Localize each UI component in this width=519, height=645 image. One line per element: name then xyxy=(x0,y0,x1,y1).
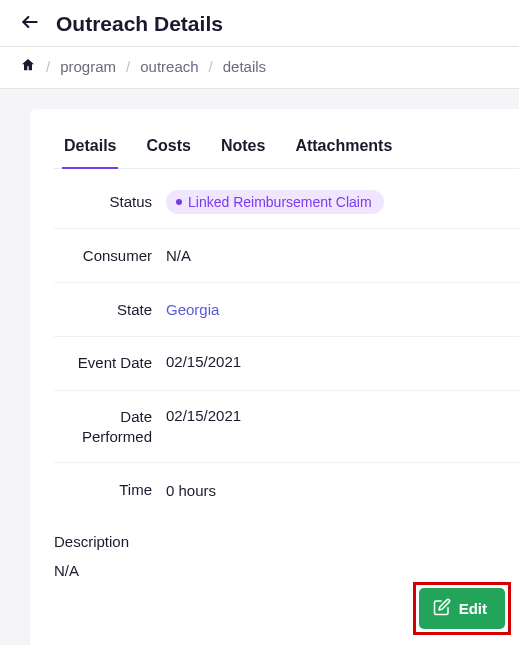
page-title: Outreach Details xyxy=(56,12,223,36)
details-list: Status Linked Reimbursement Claim Consum… xyxy=(54,175,519,517)
tab-bar: Details Costs Notes Attachments xyxy=(54,133,519,169)
state-label: State xyxy=(54,300,166,320)
status-value: Linked Reimbursement Claim xyxy=(166,190,384,214)
time-label: Time xyxy=(54,480,166,500)
date-performed-value: 02/15/2021 xyxy=(166,407,241,424)
breadcrumb: / program / outreach / details xyxy=(0,47,519,89)
date-performed-label: Date Performed xyxy=(54,407,166,446)
breadcrumb-item-program[interactable]: program xyxy=(60,58,116,75)
top-bar: Outreach Details xyxy=(0,0,519,47)
status-badge-text: Linked Reimbursement Claim xyxy=(188,194,372,210)
description-value: N/A xyxy=(54,562,519,579)
row-date-performed: Date Performed 02/15/2021 xyxy=(54,391,519,463)
breadcrumb-separator: / xyxy=(46,58,50,75)
event-date-value: 02/15/2021 xyxy=(166,353,241,370)
row-status: Status Linked Reimbursement Claim xyxy=(54,175,519,229)
home-icon[interactable] xyxy=(20,57,36,76)
row-event-date: Event Date 02/15/2021 xyxy=(54,337,519,391)
status-badge: Linked Reimbursement Claim xyxy=(166,190,384,214)
consumer-label: Consumer xyxy=(54,246,166,266)
edit-icon xyxy=(433,598,451,619)
edit-button-label: Edit xyxy=(459,600,487,617)
breadcrumb-item-outreach[interactable]: outreach xyxy=(140,58,198,75)
back-arrow-icon[interactable] xyxy=(20,12,40,36)
row-time: Time 0 hours xyxy=(54,463,519,517)
status-label: Status xyxy=(54,192,166,212)
state-value[interactable]: Georgia xyxy=(166,301,219,318)
breadcrumb-separator: / xyxy=(126,58,130,75)
description-block: Description N/A xyxy=(54,517,519,579)
edit-highlight: Edit xyxy=(413,582,511,635)
event-date-label: Event Date xyxy=(54,353,166,373)
tab-attachments[interactable]: Attachments xyxy=(293,133,394,169)
description-label: Description xyxy=(54,533,519,550)
row-consumer: Consumer N/A xyxy=(54,229,519,283)
edit-button[interactable]: Edit xyxy=(419,588,505,629)
tab-costs[interactable]: Costs xyxy=(144,133,192,169)
breadcrumb-separator: / xyxy=(209,58,213,75)
details-card: Details Costs Notes Attachments Status L… xyxy=(30,109,519,645)
tab-notes[interactable]: Notes xyxy=(219,133,267,169)
time-value: 0 hours xyxy=(166,482,216,499)
consumer-value: N/A xyxy=(166,247,191,264)
dot-icon xyxy=(176,199,182,205)
breadcrumb-item-details[interactable]: details xyxy=(223,58,266,75)
row-state: State Georgia xyxy=(54,283,519,337)
tab-details[interactable]: Details xyxy=(62,133,118,169)
